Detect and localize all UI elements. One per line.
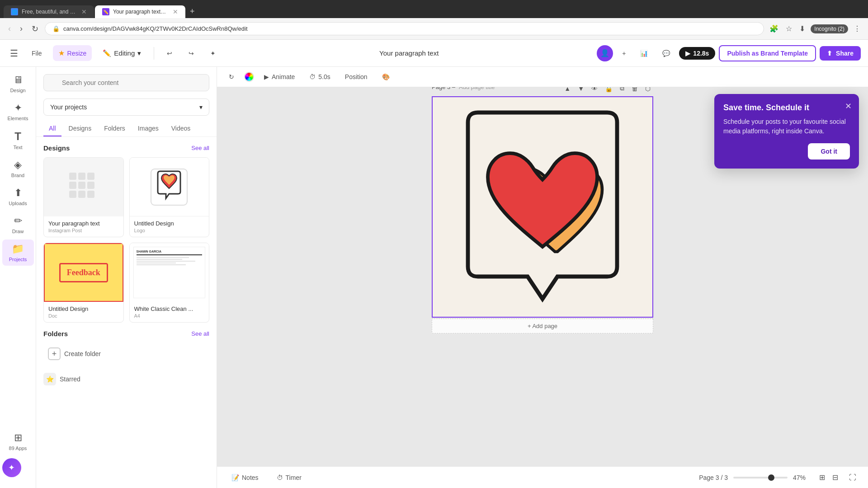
resize-button[interactable]: ★ Resize bbox=[53, 45, 92, 61]
design-card-4[interactable]: SHAWN GARCIA White Clas bbox=[129, 243, 210, 323]
resize-label: Resize bbox=[67, 50, 87, 57]
svg-rect-4 bbox=[78, 182, 85, 189]
sidebar-item-design[interactable]: 🖥 Design bbox=[2, 70, 34, 97]
redo-button[interactable]: ↪ bbox=[183, 46, 199, 61]
refresh-button[interactable]: ↻ bbox=[29, 22, 41, 36]
timer-bottom-button[interactable]: ⏱ Timer bbox=[271, 471, 307, 484]
zoom-level: 47% bbox=[793, 474, 811, 481]
page-share-button[interactable]: ⬡ bbox=[642, 87, 653, 93]
page-eye-button[interactable]: 👁 bbox=[589, 87, 600, 93]
designs-see-all[interactable]: See all bbox=[191, 145, 209, 151]
design-card-type-2: Logo bbox=[134, 228, 205, 233]
folders-see-all[interactable]: See all bbox=[191, 330, 209, 337]
sidebar-item-elements[interactable]: ✦ Elements bbox=[2, 99, 34, 125]
zoom-slider[interactable] bbox=[733, 477, 788, 479]
browser-tab-1[interactable]: 🌐 Free, beautiful, and customizab... ✕ bbox=[4, 5, 94, 18]
download-button[interactable]: ⬇ bbox=[797, 23, 807, 35]
share-button[interactable]: ⬆ Share bbox=[820, 46, 861, 61]
design-card-thumb-2 bbox=[130, 158, 209, 216]
address-bar[interactable]: 🔒 canva.com/design/DAGVwk84gKQ/2TWv0K2Dr… bbox=[45, 22, 764, 35]
edit-pencil-icon: ✏️ bbox=[103, 49, 111, 57]
file-button[interactable]: File bbox=[26, 46, 47, 61]
sidebar-item-draw[interactable]: ✏ Draw bbox=[2, 211, 34, 238]
back-button[interactable]: ‹ bbox=[5, 22, 14, 35]
canvas-refresh-button[interactable]: ↻ bbox=[224, 70, 239, 83]
design-card-info-2: Untitled Design Logo bbox=[130, 216, 209, 237]
publish-label: Publish as Brand Template bbox=[727, 50, 808, 57]
popup-close-button[interactable]: ✕ bbox=[843, 99, 854, 113]
timer-canvas-button[interactable]: ⏱ 5.0s bbox=[305, 70, 335, 83]
sidebar-item-brand[interactable]: ◈ Brand bbox=[2, 155, 34, 182]
user-avatar[interactable]: 👤 bbox=[597, 45, 613, 61]
color-swatch[interactable] bbox=[244, 72, 254, 82]
lock-icon: 🔒 bbox=[52, 25, 60, 32]
sidebar-bottom: ⊞ 89 Apps ✦ bbox=[2, 425, 34, 484]
svg-rect-7 bbox=[78, 191, 85, 198]
chevron-icon: ▾ bbox=[199, 103, 203, 111]
design-card-info-4: White Classic Clean ... A4 bbox=[130, 302, 209, 322]
forward-button[interactable]: › bbox=[17, 22, 25, 35]
design-icon: 🖥 bbox=[13, 74, 23, 86]
add-collaborator-button[interactable]: + bbox=[617, 46, 631, 61]
create-folder-button[interactable]: + Create folder bbox=[43, 343, 209, 365]
page-delete-button[interactable]: 🗑 bbox=[629, 87, 641, 93]
grid-view-button[interactable]: ⊞ bbox=[816, 471, 828, 483]
eyedrop-icon: 🎨 bbox=[382, 73, 390, 80]
project-selector[interactable]: Your projects ▾ bbox=[43, 99, 209, 116]
notes-button[interactable]: 📝 Notes bbox=[226, 471, 264, 484]
tab-close-2[interactable]: ✕ bbox=[173, 8, 178, 15]
bottom-toolbar: 📝 Notes ⏱ Timer Page 3 / 3 47% ⊞ ⊟ bbox=[217, 466, 868, 488]
file-label: File bbox=[32, 50, 42, 57]
design-card-type-4: A4 bbox=[134, 313, 205, 319]
filter-tab-images[interactable]: Images bbox=[132, 121, 164, 136]
sidebar-item-apps[interactable]: ⊞ 89 Apps bbox=[2, 428, 34, 455]
extensions-button[interactable]: 🧩 bbox=[768, 23, 780, 35]
magic-button[interactable]: ✦ bbox=[205, 46, 221, 61]
publish-button[interactable]: Publish as Brand Template bbox=[719, 45, 816, 61]
got-it-button[interactable]: Got it bbox=[808, 143, 850, 160]
new-tab-button[interactable]: + bbox=[186, 5, 198, 18]
sidebar-item-projects[interactable]: 📁 Projects bbox=[2, 239, 34, 266]
page-lock-button[interactable]: 🔒 bbox=[602, 87, 615, 93]
design-card-thumb-1 bbox=[44, 158, 123, 216]
filter-tab-designs[interactable]: Designs bbox=[63, 121, 97, 136]
search-input[interactable] bbox=[43, 74, 209, 91]
sidebar-item-text[interactable]: T Text bbox=[2, 127, 34, 154]
sidebar-label-text: Text bbox=[13, 145, 22, 150]
menu-icon-button[interactable]: ☰ bbox=[7, 45, 21, 61]
filter-tab-videos[interactable]: Videos bbox=[166, 121, 196, 136]
design-card-thumb-3: Feedback bbox=[44, 243, 123, 302]
app-container: ☰ File ★ Resize ✏️ Editing ▾ ↩ ↪ ✦ Your … bbox=[0, 40, 868, 488]
undo-button[interactable]: ↩ bbox=[161, 46, 178, 61]
canvas-frame[interactable] bbox=[432, 96, 653, 318]
fullscreen-button[interactable]: ⛶ bbox=[846, 472, 859, 483]
bookmark-button[interactable]: ☆ bbox=[784, 23, 794, 35]
page-down-button[interactable]: ▼ bbox=[575, 87, 587, 93]
text-icon: T bbox=[14, 130, 21, 143]
comments-button[interactable]: 💬 bbox=[657, 46, 675, 61]
animate-button[interactable]: ▶ Animate bbox=[259, 70, 299, 83]
browser-tab-2[interactable]: ✏️ Your paragraph text – Instagra... ✕ bbox=[95, 5, 185, 18]
starred-label: Starred bbox=[60, 375, 80, 383]
magic-studio-button[interactable]: ✦ bbox=[2, 458, 21, 477]
eyedrop-button[interactable]: 🎨 bbox=[377, 70, 394, 83]
add-page-bar[interactable]: + Add page bbox=[432, 319, 653, 333]
design-card-1[interactable]: Your paragraph text Instagram Post bbox=[43, 157, 124, 237]
analytics-button[interactable]: 📊 bbox=[635, 46, 653, 61]
page-copy-button[interactable]: ⧉ bbox=[617, 87, 627, 93]
editing-button[interactable]: ✏️ Editing ▾ bbox=[97, 47, 146, 60]
filter-tab-all[interactable]: All bbox=[43, 121, 61, 136]
add-title-link[interactable]: Add page title bbox=[459, 87, 495, 90]
list-view-button[interactable]: ⊟ bbox=[830, 471, 841, 483]
design-card-3[interactable]: Feedback Untitled Design Doc bbox=[43, 243, 124, 323]
menu-button[interactable]: ⋮ bbox=[852, 23, 863, 35]
design-card-2[interactable]: Untitled Design Logo bbox=[129, 157, 210, 237]
starred-row[interactable]: ⭐ Starred bbox=[36, 368, 217, 390]
filter-tab-folders[interactable]: Folders bbox=[99, 121, 131, 136]
page-up-button[interactable]: ▲ bbox=[561, 87, 573, 93]
page-info: Page 3 / 3 47% ⊞ ⊟ ⛶ bbox=[699, 471, 859, 483]
tab-close-1[interactable]: ✕ bbox=[81, 8, 87, 15]
sidebar-item-uploads[interactable]: ⬆ Uploads bbox=[2, 183, 34, 210]
animate-label: Animate bbox=[272, 73, 295, 80]
position-button[interactable]: Position bbox=[340, 70, 372, 83]
